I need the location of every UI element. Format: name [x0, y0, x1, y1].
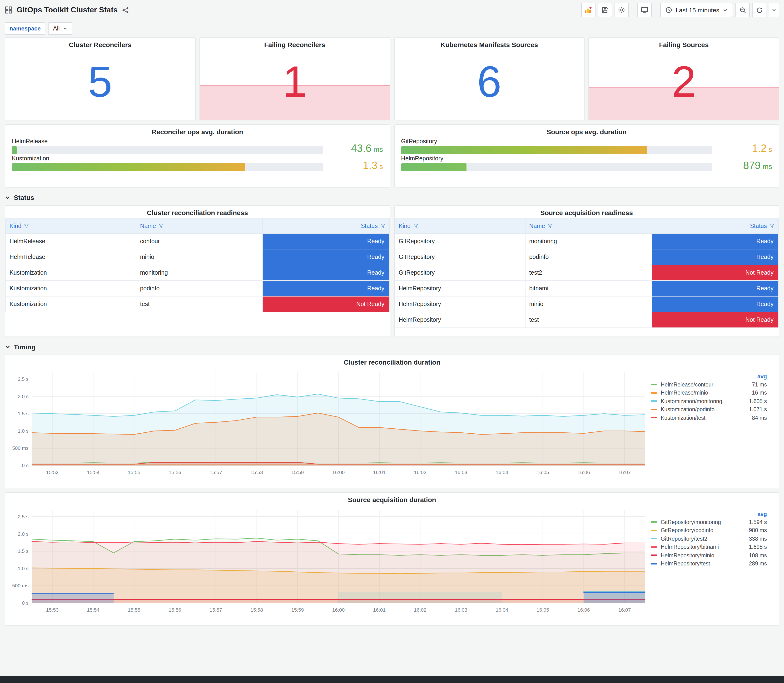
gauge-bar-label: Kustomization: [12, 155, 323, 162]
cell-status: Ready: [652, 234, 779, 249]
legend-item[interactable]: HelmRelease/contour71 ms: [651, 380, 767, 389]
table-row: HelmRepositoryminioReady: [394, 296, 779, 312]
bar-gauge-panel: Reconciler ops avg. durationHelmRelease4…: [5, 124, 390, 188]
cell-name: monitoring: [525, 234, 652, 249]
filter-funnel-icon[interactable]: [380, 223, 385, 228]
legend-item[interactable]: GitRepository/monitoring1.594 s: [651, 518, 767, 526]
legend-item[interactable]: GitRepository/podinfo980 ms: [651, 526, 767, 534]
legend-series-name[interactable]: GitRepository/test2: [661, 536, 746, 542]
legend-series-name[interactable]: GitRepository/podinfo: [661, 527, 746, 533]
legend-item[interactable]: HelmRepository/bitnami1.695 s: [651, 543, 767, 551]
svg-text:1.5 s: 1.5 s: [18, 548, 29, 554]
svg-text:16:00: 16:00: [332, 470, 345, 475]
section-timing[interactable]: Timing: [5, 343, 779, 351]
legend-avg-header[interactable]: avg: [651, 374, 767, 379]
stat-value: 1: [200, 59, 390, 103]
svg-text:16:05: 16:05: [537, 470, 549, 475]
column-header-status[interactable]: Status: [263, 218, 390, 234]
legend-item[interactable]: Kustomization/podinfo1.071 s: [651, 405, 767, 414]
panel-title[interactable]: Cluster Reconcilers: [5, 38, 195, 50]
cell-kind: HelmRepository: [394, 312, 525, 328]
panel-title[interactable]: Source ops avg. duration: [401, 125, 772, 137]
top-bar: GitOps Toolkit Cluster Stats: [5, 0, 779, 20]
column-header-kind[interactable]: Kind: [5, 218, 136, 234]
panel-title[interactable]: Cluster reconciliation duration: [8, 355, 776, 367]
svg-text:500 ms: 500 ms: [12, 583, 29, 588]
panel-title[interactable]: Source acquisition readiness: [394, 205, 779, 218]
legend-series-name[interactable]: HelmRepository/bitnami: [661, 544, 746, 550]
gauge-bar-track: [12, 163, 323, 172]
legend-series-name[interactable]: Kustomization/podinfo: [661, 407, 746, 412]
column-header-name[interactable]: Name: [136, 218, 263, 234]
status-badge: Ready: [263, 234, 389, 249]
gauge-bar-value: 43.6 ms: [330, 143, 383, 154]
panel-title[interactable]: Reconciler ops avg. duration: [12, 125, 383, 137]
legend-series-name[interactable]: HelmRelease/minio: [661, 390, 749, 396]
legend-series-avg: 84 ms: [752, 415, 767, 421]
legend-series-name[interactable]: Kustomization/test: [661, 415, 749, 421]
svg-text:16:00: 16:00: [332, 607, 345, 612]
chevron-down-icon: [5, 195, 10, 200]
panel-title[interactable]: Failing Sources: [589, 38, 779, 50]
legend-series-name[interactable]: HelmRepository/minio: [661, 553, 746, 558]
save-dashboard-button[interactable]: [598, 3, 612, 17]
variable-namespace-value-dropdown[interactable]: All: [48, 22, 72, 35]
legend-item[interactable]: Kustomization/monitoring1.605 s: [651, 397, 767, 405]
legend-item[interactable]: HelmRepository/test289 ms: [651, 560, 767, 568]
gauge-bar-fill: [12, 146, 17, 154]
filter-funnel-icon[interactable]: [769, 223, 774, 228]
stat-panels-row: Cluster Reconcilers5Failing Reconcilers1…: [5, 37, 779, 120]
column-header-status[interactable]: Status: [652, 218, 779, 234]
add-panel-button[interactable]: [581, 3, 595, 17]
legend-series-name[interactable]: Kustomization/monitoring: [661, 398, 746, 404]
legend-item[interactable]: HelmRelease/minio16 ms: [651, 389, 767, 397]
zoom-out-button[interactable]: [736, 3, 750, 17]
panel-title[interactable]: Source acquisition duration: [8, 492, 776, 505]
gauge-panels-row: Reconciler ops avg. durationHelmRelease4…: [5, 124, 779, 188]
share-icon[interactable]: [122, 6, 129, 14]
filter-funnel-icon[interactable]: [413, 223, 418, 228]
legend-item[interactable]: HelmRepository/minio108 ms: [651, 551, 767, 560]
svg-text:16:03: 16:03: [455, 607, 467, 612]
legend-avg-header[interactable]: avg: [651, 511, 767, 517]
svg-text:16:05: 16:05: [537, 607, 549, 612]
status-badge: Ready: [263, 265, 389, 281]
settings-gear-button[interactable]: [614, 3, 629, 17]
column-header-kind[interactable]: Kind: [394, 218, 525, 234]
readiness-table: KindNameStatusGitRepositorymonitoringRea…: [394, 218, 779, 328]
legend-item[interactable]: Kustomization/test84 ms: [651, 414, 767, 422]
filter-funnel-icon[interactable]: [24, 223, 29, 228]
time-series-chart[interactable]: 0 s500 ms1.0 s1.5 s2.0 s2.5 s15:5315:541…: [8, 505, 651, 616]
filter-funnel-icon[interactable]: [547, 223, 553, 228]
svg-text:2.0 s: 2.0 s: [18, 531, 29, 537]
cell-status: Ready: [263, 234, 390, 249]
legend-series-name[interactable]: HelmRepository/test: [661, 561, 746, 567]
bar-gauge-panel: Source ops avg. durationGitRepository1.2…: [394, 124, 779, 188]
legend-item[interactable]: GitRepository/test2338 ms: [651, 534, 767, 543]
svg-text:15:58: 15:58: [250, 607, 263, 612]
refresh-button[interactable]: [752, 3, 766, 17]
svg-text:0 s: 0 s: [22, 600, 29, 606]
chevron-down-icon: [5, 344, 10, 350]
tv-mode-button[interactable]: [637, 3, 652, 17]
gauge-bar-fill: [401, 146, 647, 154]
table-row: GitRepositorytest2Not Ready: [394, 265, 779, 281]
cell-name: minio: [136, 249, 263, 265]
panel-title[interactable]: Kubernetes Manifests Sources: [394, 38, 584, 50]
svg-text:16:06: 16:06: [577, 607, 590, 612]
status-badge: Ready: [263, 249, 389, 265]
time-range-picker[interactable]: Last 15 minutes: [660, 3, 733, 17]
filter-funnel-icon[interactable]: [158, 223, 164, 228]
column-header-name[interactable]: Name: [525, 218, 652, 234]
section-status[interactable]: Status: [5, 194, 779, 201]
panel-title[interactable]: Cluster reconciliation readiness: [5, 205, 390, 218]
svg-text:16:06: 16:06: [577, 470, 590, 475]
legend-series-name[interactable]: HelmRelease/contour: [661, 382, 749, 388]
time-series-chart[interactable]: 0 s500 ms1.0 s1.5 s2.0 s2.5 s15:5315:541…: [8, 367, 651, 478]
refresh-interval-dropdown[interactable]: [769, 3, 779, 17]
stat-value: 6: [394, 59, 584, 103]
chevron-down-icon: [723, 7, 728, 13]
panel-title[interactable]: Failing Reconcilers: [200, 38, 390, 50]
legend-series-name[interactable]: GitRepository/monitoring: [661, 519, 746, 525]
cell-status: Ready: [652, 281, 779, 296]
